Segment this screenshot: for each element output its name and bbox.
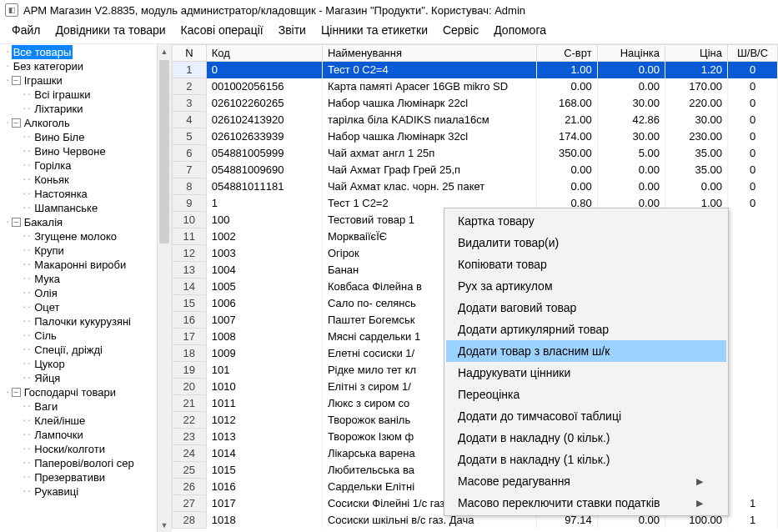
context-menu-item[interactable]: Масово переключити ставки податків▶ — [446, 492, 726, 514]
tree-node[interactable]: ··Рукавиці — [0, 484, 157, 499]
tree-node[interactable]: ·Все товары — [0, 45, 157, 59]
context-menu-item[interactable]: Масове редагування▶ — [446, 470, 726, 492]
row-number: 16 — [173, 312, 207, 329]
col-header-sv[interactable]: С-врт — [536, 45, 597, 62]
cell-wbc — [728, 462, 778, 479]
cell-name: Чай ахмат англ 1 25п — [322, 145, 536, 162]
tree-node[interactable]: ··Вино Біле — [0, 130, 157, 144]
context-menu-item[interactable]: Видалити товар(и) — [446, 232, 726, 253]
tree-node[interactable]: ··Олія — [0, 286, 157, 300]
context-menu-item[interactable]: Надрукувати цінники — [446, 362, 726, 384]
tree-node[interactable]: ··Всі іграшки — [0, 88, 157, 102]
cell-name: Набор чашка Люмінарк 32cl — [322, 128, 536, 145]
tree-node-label: Яйця — [33, 371, 62, 385]
col-header-markup[interactable]: Націнка — [597, 45, 665, 62]
tree-node[interactable]: ··Палочки кукурузяні — [0, 314, 157, 329]
menu-item[interactable]: Довідники та товари — [48, 22, 172, 38]
cell-name: Набор чашка Люмінарк 22cl — [322, 95, 536, 112]
tree-node-label: Презервативи — [33, 470, 107, 484]
tree-node[interactable]: ·−Господарчі товари — [0, 385, 157, 399]
tree-node[interactable]: ··Крупи — [0, 243, 157, 258]
table-row[interactable]: 6054881005999Чай ахмат англ 1 25п350.005… — [173, 145, 778, 162]
collapse-icon[interactable]: − — [12, 118, 21, 128]
collapse-icon[interactable]: − — [12, 218, 21, 227]
cell-wbc — [728, 445, 778, 462]
tree-node[interactable]: ·−Алкоголь — [0, 116, 157, 130]
collapse-icon[interactable]: − — [12, 388, 21, 397]
tree-node[interactable]: ··Ліхтарики — [0, 102, 157, 116]
context-menu-item[interactable]: Додати в накладну (1 кільк.) — [446, 449, 726, 470]
tree-node[interactable]: ··Настоянка — [0, 187, 157, 201]
tree-node[interactable]: ··Цукор — [0, 357, 157, 371]
tree-scrollbar[interactable]: ▲ ▼ — [157, 44, 171, 532]
table-row[interactable]: 7054881009690Чай Ахмат Граф Грей 25,п0.0… — [173, 162, 778, 178]
tree-node[interactable]: ··Коньяк — [0, 173, 157, 187]
menu-item[interactable]: Сервіс — [436, 22, 485, 38]
tree-branch-icon: · — [5, 215, 10, 229]
context-menu-item[interactable]: Переоцінка — [446, 384, 726, 405]
tree-node[interactable]: ··Мука — [0, 272, 157, 286]
tree-node-label: Клей/інше — [33, 414, 87, 428]
col-header-price[interactable]: Ціна — [665, 45, 728, 62]
tree-branch-icon: ·· — [22, 229, 31, 243]
table-row[interactable]: 5026102633939Набор чашка Люмінарк 32cl17… — [173, 128, 778, 145]
table-row[interactable]: 4026102413920тарілка біла KADIKS пиала16… — [173, 112, 778, 128]
menu-item[interactable]: Допомога — [487, 22, 553, 38]
table-row[interactable]: 2001002056156Карта памяті Apacer 16GB mi… — [173, 78, 778, 95]
col-header-n[interactable]: N — [173, 45, 207, 62]
collapse-icon[interactable]: − — [12, 76, 21, 85]
table-row[interactable]: 10Тест 0 С2=41.000.001.200 — [173, 62, 778, 78]
scroll-track[interactable] — [158, 58, 171, 518]
tree-branch-icon: ·· — [22, 300, 31, 314]
tree-node[interactable]: ··Ваги — [0, 399, 157, 414]
cell-markup: 0.00 — [597, 78, 665, 95]
tree-node[interactable]: ··Спеції, дріжді — [0, 343, 157, 357]
col-header-wbc[interactable]: Ш/В/С — [728, 45, 778, 62]
tree-node[interactable]: ··Вино Червоне — [0, 144, 157, 158]
cell-wbc — [728, 329, 778, 345]
context-menu-item[interactable]: Картка товару — [446, 210, 726, 232]
tree-node[interactable]: ··Горілка — [0, 158, 157, 173]
row-number: 26 — [173, 479, 207, 495]
tree-node[interactable]: ··Сіль — [0, 329, 157, 343]
tree-node[interactable]: ·−Іграшки — [0, 73, 157, 88]
tree-node[interactable]: ··Презервативи — [0, 470, 157, 484]
scroll-down-icon[interactable]: ▼ — [158, 518, 171, 532]
context-menu-item[interactable]: Додати артикулярний товар — [446, 319, 726, 340]
context-menu-item[interactable]: Додати в накладну (0 кільк.) — [446, 427, 726, 449]
tree-node[interactable]: ··Носки/колготи — [0, 442, 157, 456]
tree-node[interactable]: ··Згущене молоко — [0, 229, 157, 243]
col-header-code[interactable]: Код — [206, 45, 322, 62]
menu-item[interactable]: Звіти — [272, 22, 313, 38]
tree-branch-icon: ·· — [22, 130, 31, 144]
cell-wbc: 1 — [728, 495, 778, 512]
col-header-name[interactable]: Найменування — [322, 45, 536, 62]
tree-node[interactable]: ··Лампочки — [0, 428, 157, 442]
context-menu[interactable]: Картка товаруВидалити товар(и)Копіювати … — [444, 208, 729, 516]
tree-node[interactable]: ·Без категории — [0, 59, 157, 73]
tree-node[interactable]: ··Оцет — [0, 300, 157, 314]
context-menu-item[interactable]: Додати товар з власним ш/к — [446, 340, 726, 362]
context-menu-item[interactable]: Копіювати товар — [446, 253, 726, 275]
cell-sv: 168.00 — [536, 95, 597, 112]
cell-code: 054881011181 — [206, 178, 322, 195]
tree-node[interactable]: ··Шампанське — [0, 201, 157, 215]
context-menu-item[interactable]: Додати до тимчасової таблиці — [446, 405, 726, 427]
scroll-up-icon[interactable]: ▲ — [158, 44, 171, 58]
menu-item[interactable]: Касові операції — [174, 22, 270, 38]
tree-node[interactable]: ··Макаронні вироби — [0, 258, 157, 272]
scroll-thumb[interactable] — [159, 60, 169, 243]
menu-item[interactable]: Файл — [5, 22, 47, 38]
context-menu-item[interactable]: Рух за артикулом — [446, 275, 726, 297]
tree-branch-icon: ·· — [22, 470, 31, 484]
category-tree[interactable]: ·Все товары·Без категории·−Іграшки··Всі … — [0, 44, 157, 499]
tree-node[interactable]: ··Паперові/вологі сер — [0, 456, 157, 470]
tree-node[interactable]: ·−Бакалія — [0, 215, 157, 229]
tree-node[interactable]: ··Яйця — [0, 371, 157, 385]
tree-node[interactable]: ··Клей/інше — [0, 414, 157, 428]
menu-item[interactable]: Цінники та етикетки — [314, 22, 434, 38]
menubar: ФайлДовідники та товариКасові операціїЗв… — [0, 20, 778, 43]
table-row[interactable]: 3026102260265Набор чашка Люмінарк 22cl16… — [173, 95, 778, 112]
context-menu-item[interactable]: Додати ваговий товар — [446, 297, 726, 319]
table-row[interactable]: 8054881011181Чай Ахмат клас. чорн. 25 па… — [173, 178, 778, 195]
